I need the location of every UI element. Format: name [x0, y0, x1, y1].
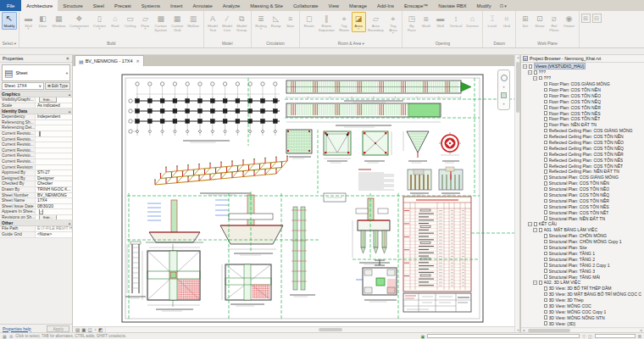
close-icon[interactable]: ✕	[65, 56, 69, 61]
tab-systems[interactable]: Systems	[136, 0, 165, 11]
tree-item[interactable]: 3D View: MÓNG COC Copy 1	[521, 308, 644, 314]
tree-item[interactable]: Reflected Ceiling Plan: NỀN ĐẤT TN	[521, 169, 644, 175]
property-value[interactable]: Designer	[36, 176, 72, 181]
tree-item[interactable]: 3D View: 3D MẶT BẰNG BỐ TRÍ MÓNG CỌC C	[521, 292, 644, 297]
property-value[interactable]	[36, 153, 72, 158]
tree-item[interactable]: Floor Plan: COS TÔN NỀR	[521, 104, 644, 110]
property-value[interactable]: E:\7-FILE REVIT H...	[36, 226, 72, 231]
tree-item[interactable]: Structural Plan: TẦNG 2	[521, 256, 644, 262]
title-block[interactable]	[403, 293, 471, 312]
tree-item[interactable]: 3D View: MÓNG NÔNG NTN	[521, 314, 644, 320]
collapse-icon[interactable]: −	[533, 228, 537, 232]
tree-item[interactable]: −A02. 3D LÀM VIỆC	[521, 280, 644, 286]
tree-item[interactable]: Structural Plan: COS TÔN NỀO	[521, 186, 644, 192]
tab-architecture[interactable]: Architecture	[21, 0, 58, 11]
tree-item[interactable]: 3D View: {3D}	[521, 320, 644, 326]
tree-item[interactable]: Reflected Ceiling Plan: COS TÔN NỀS	[521, 157, 644, 163]
horizontal-scrollbar[interactable]	[105, 327, 514, 332]
tab-naviate-rbx[interactable]: Naviate RBX	[433, 0, 471, 11]
tree-item[interactable]: Structural Plan: CHỒN MÓNG Copy 1	[521, 239, 644, 245]
scroll-down-icon[interactable]: ▾	[515, 328, 521, 332]
property-value[interactable]: <None>	[36, 232, 72, 237]
tab-annotate[interactable]: Annotate	[187, 0, 217, 11]
tree-item[interactable]: Floor Plan: COS TÔN NỀS	[521, 110, 644, 116]
property-value[interactable]: Edit...	[36, 97, 72, 103]
rebar-schedule-table[interactable]	[403, 197, 471, 292]
collapse-icon[interactable]: −	[523, 64, 527, 69]
tree-item[interactable]: Structural Plan: NỀN ĐẤT TN	[521, 215, 644, 221]
property-value[interactable]: 17X4	[36, 198, 72, 203]
tree-item[interactable]: Floor Plan: COS TÔN NỀT	[521, 116, 644, 122]
checkbox[interactable]: ✓	[39, 209, 43, 214]
tree-item[interactable]: 3D View: 3D Thép	[521, 297, 644, 303]
tree-item[interactable]: Reflected Ceiling Plan: COS TÔN NỀQ	[521, 145, 644, 151]
scrollbar-thumb[interactable]	[528, 329, 570, 332]
tab-massing-site[interactable]: Massing & Site	[245, 0, 288, 11]
property-value[interactable]	[36, 148, 72, 153]
tab-add-ins[interactable]: Add-Ins	[372, 0, 399, 11]
tree-item[interactable]: −???	[521, 75, 644, 81]
scroll-up-icon[interactable]: ▴	[515, 55, 521, 59]
tree-item[interactable]: 3D View: MÓNG COC	[521, 303, 644, 309]
tree-item[interactable]: Reflected Ceiling Plan: COS TÔN NỀR	[521, 151, 644, 157]
vertical-scrollbar[interactable]: ▴ ▾	[514, 55, 520, 332]
property-value[interactable]: BV_NENMONG	[36, 193, 72, 198]
browser-horizontal-scrollbar[interactable]: ◂ ▸	[521, 327, 644, 332]
filter-icon[interactable]: ▽	[582, 333, 586, 339]
tab-collaborate[interactable]: Collaborate	[288, 0, 324, 11]
edit-button[interactable]: Edit...	[39, 97, 57, 103]
tree-item[interactable]: Reflected Ceiling Plan: COS TÔN NỀT	[521, 163, 644, 169]
property-value[interactable]	[36, 165, 72, 170]
tab-enscape-[interactable]: Enscape™	[399, 0, 433, 11]
edit-button[interactable]: Edit...	[39, 215, 57, 220]
tab-precast[interactable]: Precast	[109, 0, 136, 11]
tab-analyze[interactable]: Analyze	[218, 0, 246, 11]
instance-selector[interactable]: Sheet: 17X4 ∨	[2, 82, 44, 90]
property-value[interactable]	[36, 131, 72, 136]
tree-item[interactable]: Reflected Ceiling Plan: COS TÔN NỀO	[521, 140, 644, 146]
tree-item[interactable]: Structural Plan: TẦNG MÁI	[521, 274, 644, 280]
collapse-icon[interactable]: −	[528, 222, 532, 226]
tree-item[interactable]: −???	[521, 69, 644, 75]
properties-help-link[interactable]: Properties help	[3, 326, 31, 331]
tree-item[interactable]: Floor Plan: COS TÔN NỀN	[521, 87, 644, 93]
apply-button[interactable]: Apply	[47, 325, 69, 332]
tree-item[interactable]: Floor Plan: NỀN ĐẤT TN	[521, 122, 644, 128]
tree-item[interactable]: Reflected Ceiling Plan: COS GIẰNG MÓNG	[521, 128, 644, 134]
property-value[interactable]	[36, 142, 72, 147]
property-value[interactable]: TRINH NGOC K...	[36, 187, 72, 192]
tree-item[interactable]: Floor Plan: COS TÔN NỀQ	[521, 98, 644, 104]
scrollbar-thumb[interactable]	[319, 328, 342, 331]
property-value[interactable]: STI-27	[36, 170, 72, 175]
property-value[interactable]	[36, 137, 72, 142]
tree-item[interactable]: Structural Plan: COS TÔN NỀQ	[521, 192, 644, 198]
chevron-down-icon[interactable]: ▾	[502, 86, 504, 88]
chevron-down-icon[interactable]: ▾	[502, 103, 504, 105]
steering-wheel-icon[interactable]	[501, 75, 508, 81]
tab-modify[interactable]: Modify	[472, 0, 497, 11]
exclude-options-icon[interactable]: ⊠	[638, 333, 641, 339]
ribbon-button-area[interactable]: ◪Area▾	[352, 12, 366, 32]
tab-steel[interactable]: Steel	[88, 0, 109, 11]
zoom-icon[interactable]	[501, 92, 507, 98]
tree-item[interactable]: 3D View: 3D BỐ TRÍ THÉP DẦM	[521, 286, 644, 292]
property-value[interactable]	[36, 125, 72, 131]
modify-select-dropdown-icon[interactable]: ⊡ ▾	[497, 0, 510, 11]
select-icon[interactable]: ◫	[588, 333, 592, 339]
scrollbar-thumb[interactable]	[516, 62, 519, 113]
property-value[interactable]: 08/30/20	[36, 204, 72, 209]
checkbox[interactable]	[39, 131, 41, 136]
property-section-other[interactable]: Other▴	[0, 220, 72, 226]
close-icon[interactable]: ✕	[134, 58, 139, 64]
tree-item[interactable]: −Views (VKSTUDIO_HAU)	[521, 64, 644, 69]
property-section-identity-data[interactable]: Identity Data▴	[0, 108, 72, 114]
property-section-graphics[interactable]: Graphics▴	[0, 92, 72, 97]
file-menu-button[interactable]: File	[0, 0, 21, 11]
selection-count-field[interactable]	[595, 334, 636, 339]
ribbon-button-modify[interactable]: ↖Modify	[2, 12, 17, 30]
tree-item[interactable]: Structural Plan: COS TÔN NỀN	[521, 181, 644, 186]
tab-view[interactable]: View	[324, 0, 344, 11]
property-value[interactable]	[36, 120, 72, 125]
property-value[interactable]: Edit...	[36, 215, 72, 220]
footing-plan-2[interactable]	[222, 264, 271, 306]
